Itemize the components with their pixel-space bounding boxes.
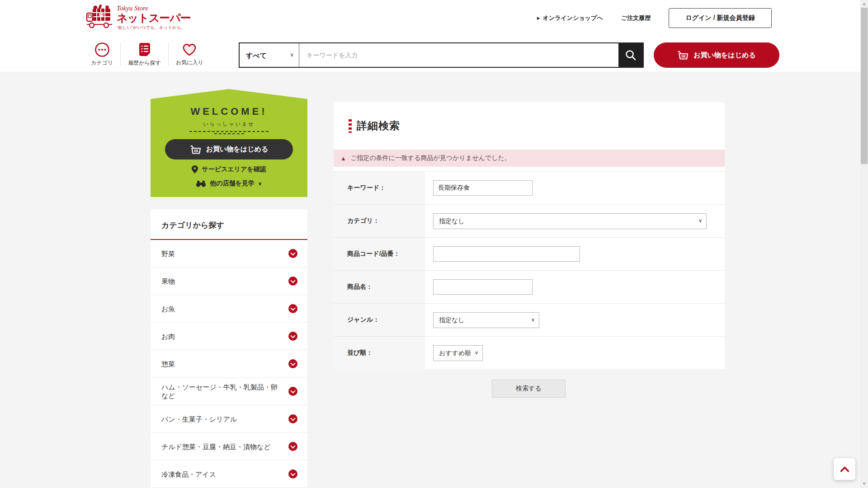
service-area-label: サービスエリアを確認: [202, 165, 266, 174]
form-label: カテゴリ：: [334, 205, 425, 237]
search-bar: すべて ∨: [239, 42, 644, 68]
search-button[interactable]: [618, 43, 643, 67]
error-text: ご指定の条件に一致する商品が見つかりませんでした。: [350, 154, 511, 162]
category-item-label: お魚: [161, 305, 288, 313]
error-message: ▲ ご指定の条件に一致する商品が見つかりませんでした。: [334, 150, 725, 167]
chevron-down-icon: ∨: [258, 181, 262, 187]
form-content: [425, 238, 725, 270]
nav-item-label: カテゴリ: [91, 59, 113, 67]
category-item-label: 惣菜: [161, 360, 288, 368]
category-item-deli[interactable]: 惣菜: [151, 350, 307, 378]
online-shop-label: オンラインショップへ: [543, 14, 603, 22]
login-register-button[interactable]: ログイン / 新規会員登録: [669, 8, 772, 28]
sort-select-wrap: おすすめ順 ∨: [433, 345, 483, 361]
other-stores-label: 他の店舗を見学: [210, 179, 255, 188]
form-label: ジャンル：: [334, 304, 425, 336]
dotted-bar-icon: [349, 119, 352, 133]
logo-text: Tokyu Store ネットスーパー “欲しい”がいつでも、ネットから。: [117, 5, 191, 31]
category-select[interactable]: 指定なし: [433, 213, 707, 229]
chevron-down-circle-icon: [288, 277, 297, 286]
nav-item-history[interactable]: 履歴から探す: [121, 42, 168, 67]
search-category-wrap: すべて ∨: [240, 43, 299, 67]
order-history-label: ご注文履歴: [621, 14, 651, 22]
order-history-link[interactable]: ご注文履歴: [621, 14, 651, 22]
decorative-divider: [214, 133, 244, 134]
welcome-start-shopping-button[interactable]: お買い物をはじめる: [165, 139, 293, 160]
nav-item-label: 履歴から探す: [128, 59, 161, 67]
form-label: 並び順：: [334, 337, 425, 369]
panel-header: 詳細検索: [334, 102, 725, 150]
header-links: ▶ オンラインショップへ ご注文履歴 ログイン / 新規会員登録: [537, 0, 772, 36]
category-item-label: ハム・ソーセージ・牛乳・乳製品・卵など: [161, 383, 288, 400]
page-title: 詳細検索: [357, 119, 400, 133]
keyword-field[interactable]: [433, 180, 533, 196]
category-item-vegetables[interactable]: 野菜: [151, 240, 307, 267]
search-icon: [624, 49, 637, 61]
search-category-select[interactable]: すべて: [240, 43, 299, 67]
nav-item-favorites[interactable]: お気に入り: [169, 42, 211, 66]
nav-bar: カテゴリ 履歴から探す お気に入り すべて ∨: [0, 36, 860, 72]
scrollbar-thumb[interactable]: [861, 8, 868, 164]
chevron-up-icon: [840, 466, 849, 476]
form-row-sort: 並び順： おすすめ順 ∨: [334, 336, 725, 369]
start-shopping-button[interactable]: お買い物をはじめる: [654, 42, 779, 68]
category-item-label: パン・生菓子・シリアル: [161, 415, 288, 423]
logo-name-en: Tokyu Store: [117, 5, 191, 12]
product-name-field[interactable]: [433, 279, 533, 295]
play-icon: ▶: [537, 16, 540, 20]
genre-select[interactable]: 指定なし: [433, 312, 539, 328]
category-item-bread-cereal[interactable]: パン・生菓子・シリアル: [151, 405, 307, 433]
category-item-frozen-ice[interactable]: 冷凍食品・アイス: [151, 460, 307, 488]
logo-tagline: “欲しい”がいつでも、ネットから。: [117, 25, 191, 31]
nav-item-category[interactable]: カテゴリ: [84, 42, 120, 67]
category-item-ham-dairy-eggs[interactable]: ハム・ソーセージ・牛乳・乳製品・卵など: [151, 378, 307, 405]
online-shop-link[interactable]: ▶ オンラインショップへ: [537, 14, 603, 22]
chevron-down-circle-icon: [288, 249, 297, 258]
category-item-label: 果物: [161, 277, 288, 286]
search-input[interactable]: [299, 43, 618, 67]
category-item-label: チルド惣菜・豆腐・納豆・漬物など: [161, 442, 288, 451]
category-select-wrap: 指定なし ∨: [433, 213, 707, 229]
chevron-down-circle-icon: [288, 469, 297, 479]
other-stores-link[interactable]: 他の店舗を見学 ∨: [151, 179, 307, 188]
category-item-meat[interactable]: お肉: [151, 323, 307, 350]
site-logo[interactable]: Tokyu Store ネットスーパー “欲しい”がいつでも、ネットから。: [86, 5, 191, 31]
category-item-label: 野菜: [161, 249, 288, 258]
form-row-category: カテゴリ： 指定なし ∨: [334, 204, 725, 237]
form-content: 指定なし ∨: [425, 205, 725, 237]
form-row-genre: ジャンル： 指定なし ∨: [334, 303, 725, 336]
category-item-fish[interactable]: お魚: [151, 295, 307, 323]
detail-search-panel: 詳細検索 ▲ ご指定の条件に一致する商品が見つかりませんでした。 キーワード： …: [334, 102, 725, 369]
truck-basket-icon: [86, 5, 114, 29]
product-code-field[interactable]: [433, 246, 580, 262]
decorative-divider: [189, 131, 269, 132]
welcome-title: WELCOME!: [151, 106, 307, 117]
form-label: 商品名：: [334, 271, 425, 303]
form-row-product-name: 商品名：: [334, 270, 725, 303]
search-submit-button[interactable]: 検索する: [492, 380, 566, 398]
scrollbar-down-arrow[interactable]: ▼: [860, 481, 868, 487]
scrollbar: ▲ ▼: [860, 0, 868, 488]
sort-select[interactable]: おすすめ順: [433, 345, 483, 361]
welcome-box: WELCOME! いらっしゃいませ お買い物をはじめる サービスエリアを確認 他…: [151, 89, 307, 197]
scrollbar-up-arrow[interactable]: ▲: [860, 1, 868, 7]
binoculars-icon: [196, 180, 206, 187]
form-row-product-code: 商品コード/品番：: [334, 237, 725, 270]
chevron-down-circle-icon: [288, 359, 297, 368]
form-label: 商品コード/品番：: [334, 238, 425, 270]
service-area-link[interactable]: サービスエリアを確認: [151, 165, 307, 174]
form-content: [425, 271, 725, 303]
welcome-subtitle: いらっしゃいませ: [151, 121, 307, 127]
form-row-keyword: キーワード：: [334, 171, 725, 204]
category-item-chilled-tofu[interactable]: チルド惣菜・豆腐・納豆・漬物など: [151, 433, 307, 460]
top-bar: Tokyu Store ネットスーパー “欲しい”がいつでも、ネットから。 ▶ …: [0, 0, 860, 36]
ellipsis-circle-icon: [94, 42, 110, 57]
scroll-to-top-button[interactable]: [834, 458, 855, 480]
category-panel: カテゴリから探す 野菜 果物 お魚 お肉 惣菜 ハム・ソーセージ・牛乳・乳製品・…: [151, 209, 307, 488]
chevron-down-circle-icon: [288, 442, 297, 451]
chevron-down-circle-icon: [288, 414, 297, 423]
form-content: [425, 172, 725, 204]
nav-item-label: お気に入り: [176, 59, 203, 66]
category-item-fruits[interactable]: 果物: [151, 267, 307, 295]
quick-nav: カテゴリ 履歴から探す お気に入り: [84, 42, 211, 67]
